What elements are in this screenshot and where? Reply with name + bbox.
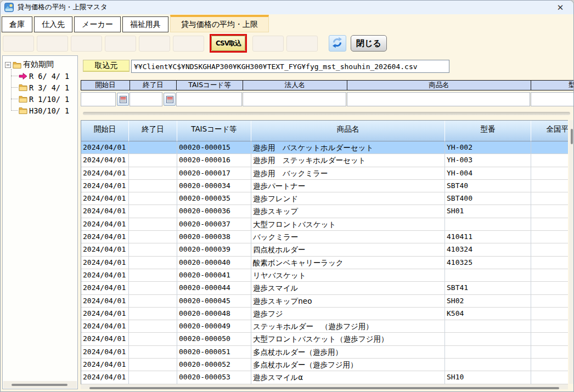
table-row-4[interactable]: 2024/04/0100020-000034遊歩パートナーSBT40 [81,180,568,192]
filter-input-corporation-name[interactable] [243,92,346,106]
tree-item-r-6-4-1[interactable]: R 6/ 4/ 1 [11,70,76,82]
table-header-product-name[interactable]: 商品名 [251,121,445,141]
toolbar-blank-button-b-1 [252,36,284,52]
splitter-divider[interactable] [83,112,570,115]
import-source-label: 取込元 [83,60,130,72]
table-cell-product-name: 四点杖ホルダー [251,243,445,256]
filter-input-start-date[interactable] [81,92,116,106]
tree-item-r-3-4-1[interactable]: R 3/ 4/ 1 [11,82,76,93]
import-source-path-input[interactable] [131,60,449,73]
table-row-1[interactable]: 2024/04/0100020-000015遊歩用 バスケットホルダーセットYH… [81,141,568,154]
table-row-7[interactable]: 2024/04/0100020-000037大型フロントバスケット [81,218,568,231]
table-row-15[interactable]: 2024/04/0100020-000049ステッキホルダー （遊歩フジ用） [81,320,568,333]
tree-expander-icon[interactable]: − [5,62,11,68]
table-cell-start-date: 2024/04/01 [81,346,129,359]
calendar-picker-button-end-date[interactable] [164,93,176,106]
table-cell-product-name: 多点杖ホルダー（遊歩フジ用） [251,359,445,371]
table-row-6[interactable]: 2024/04/0100020-000036遊歩スキップSH01 [81,205,568,218]
tab-supplier[interactable]: 仕入先 [34,16,72,32]
table-vscroll-thumb[interactable] [571,129,573,144]
table-row-9[interactable]: 2024/04/0100020-000039四点杖ホルダー410324 [81,243,568,256]
table-row-14[interactable]: 2024/04/0100020-000048遊歩フジK504 [81,308,568,320]
refresh-button[interactable] [329,35,346,52]
toolbar-blank-button-a-6 [173,36,204,52]
table-cell-start-date: 2024/04/01 [81,359,129,371]
filter-cell-start-date [81,91,130,107]
table-row-5[interactable]: 2024/04/0100020-000035遊歩フレンドSBT400 [81,192,568,205]
tree-item-r-1-10-1[interactable]: R 1/10/ 1 [11,93,76,105]
table-cell-end-date [129,180,177,192]
effective-period-tree: −有効期間R 6/ 4/ 1R 3/ 4/ 1R 1/10/ 1H30/10/ … [3,56,77,116]
toolbar-blank-button-a-2 [37,36,68,52]
table-row-12[interactable]: 2024/04/0100020-000044遊歩スマイルSBT41 [81,282,568,294]
table-row-18[interactable]: 2024/04/0100020-000052多点杖ホルダー（遊歩フジ用） [81,359,568,371]
tree-item-h30-10-1[interactable]: H30/10/ 1 [11,105,76,116]
tree-horizontal-scrollbar[interactable] [3,381,77,388]
table-cell-start-date: 2024/04/01 [81,180,129,192]
table-cell-model-number [445,346,531,359]
table-row-17[interactable]: 2024/04/0100020-000051多点杖ホルダー（遊歩用） [81,346,568,359]
window-close-button[interactable]: ✕ [554,2,566,13]
tab-welfare-equipment[interactable]: 福祉用具 [122,16,168,32]
folder-icon [19,95,27,103]
table-horizontal-scrollbar[interactable] [81,384,568,389]
table-header-national-average[interactable]: 全国平均 [531,121,568,141]
filter-input-product-name[interactable] [347,92,530,106]
tree-connector-stub [11,99,18,99]
filter-cell-product-name [347,91,531,107]
tab-strip: 倉庫仕入先メーカー福祉用具貸与価格の平均・上限 [2,15,269,32]
table-row-2[interactable]: 2024/04/0100020-000016遊歩用 ステッキホルダーセットYH-… [81,154,568,167]
table-cell-tais-code: 00020-000045 [177,295,251,308]
table-header-tais-code[interactable]: TAISコード等 [177,121,251,141]
table-cell-national-average [531,308,568,320]
tree-connector-stub [11,87,18,88]
filter-input-end-date[interactable] [130,92,162,106]
table-row-19[interactable]: 2024/04/0100020-000053遊歩スマイルαSH10 [81,371,568,384]
table-row-8[interactable]: 2024/04/0100020-000038バックミラー410411 [81,231,568,243]
table-cell-national-average [531,282,568,294]
table-cell-tais-code: 00020-000048 [177,308,251,320]
table-cell-national-average [531,218,568,231]
table-cell-model-number: YH-003 [445,154,531,167]
tab-rental-price-avg-limit[interactable]: 貸与価格の平均・上限 [170,15,269,32]
csv-import-button[interactable]: CSV取込 [211,36,245,51]
table-row-10[interactable]: 2024/04/0100020-000040酸素ボンベキャリーラック410325 [81,257,568,269]
window-title: 貸与価格の平均・上限マスタ [18,3,108,12]
table-cell-national-average [531,154,568,167]
table-cell-end-date [129,167,177,180]
tab-warehouse[interactable]: 倉庫 [2,16,32,32]
table-cell-tais-code: 00020-000053 [177,371,251,384]
table-row-13[interactable]: 2024/04/0100020-000045遊歩スキップneoSH02 [81,295,568,308]
table-cell-end-date [129,282,177,294]
table-cell-model-number: K504 [445,308,531,320]
app-window: 貸与価格の平均・上限マスタ ✕ 倉庫仕入先メーカー福祉用具貸与価格の平均・上限 … [0,0,574,392]
filter-input-tais-code[interactable] [176,92,242,106]
table-cell-tais-code: 00020-000052 [177,359,251,371]
table-row-16[interactable]: 2024/04/0100020-000050大型フロントバスケット（遊歩フジ用） [81,333,568,345]
tree-hscroll-thumb[interactable] [12,384,67,386]
table-header-end-date[interactable]: 終了日 [129,121,177,141]
table-row-3[interactable]: 2024/04/0100020-000017遊歩用 バックミラーYH-004 [81,167,568,180]
calendar-picker-button-start-date[interactable] [117,93,129,106]
toolbar: CSV取込閉じる [3,34,387,53]
table-cell-end-date [129,320,177,333]
filter-input-model-number[interactable] [531,92,573,106]
table-hscroll-thumb[interactable] [89,387,559,389]
selected-arrow-icon [19,72,27,80]
table-cell-model-number: YH-002 [445,141,531,154]
table-header-model-number[interactable]: 型番 [445,121,531,141]
tab-maker[interactable]: メーカー [74,16,121,32]
table-cell-end-date [129,371,177,384]
table-cell-end-date [129,295,177,308]
table-row-11[interactable]: 2024/04/0100020-000041リヤバスケット [81,269,568,282]
table-cell-end-date [129,154,177,167]
close-button[interactable]: 閉じる [351,35,387,52]
table-cell-end-date [129,243,177,256]
table-cell-product-name: 遊歩スマイル [251,282,445,294]
table-cell-end-date [129,218,177,231]
table-cell-product-name: バックミラー [251,231,445,243]
table-header-start-date[interactable]: 開始日 [81,121,129,141]
table-vertical-scrollbar[interactable] [569,120,573,384]
tree-root-effective-period[interactable]: −有効期間 [5,59,76,70]
table-cell-product-name: 酸素ボンベキャリーラック [251,257,445,269]
